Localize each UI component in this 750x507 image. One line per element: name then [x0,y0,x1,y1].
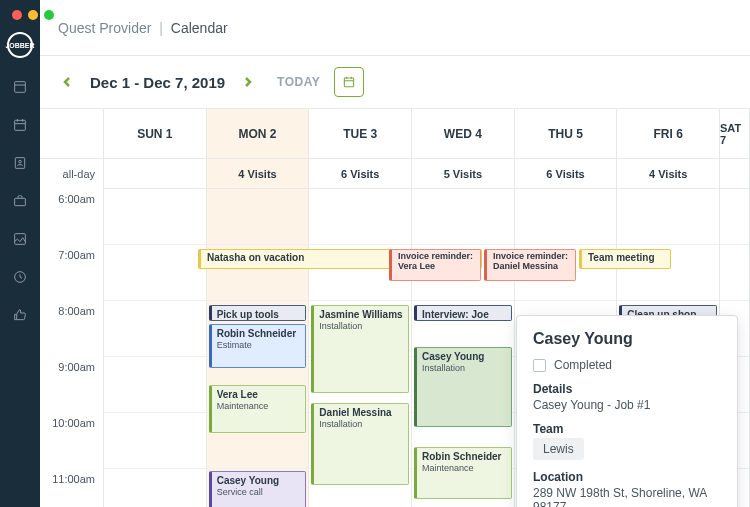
event[interactable]: Casey YoungService call [209,471,307,507]
toolbar: Dec 1 - Dec 7, 2019 TODAY [40,56,750,108]
svg-rect-7 [345,78,354,87]
day-header: WED 4 [412,109,514,159]
team-chip[interactable]: Lewis [533,438,584,460]
event-popup: Casey Young Completed Details Casey Youn… [516,315,738,507]
sidebar: JOBBER [0,0,40,507]
team-label: Team [533,422,721,436]
event[interactable]: Interview: Joe [414,305,512,321]
event[interactable]: Robin SchneiderEstimate [209,324,307,368]
calendar-icon[interactable] [0,108,40,142]
event[interactable]: Jasmine WilliamsInstallation [311,305,409,393]
home-icon[interactable] [0,70,40,104]
day-header: THU 5 [515,109,617,159]
hour-label: 11:00am [40,469,103,507]
svg-rect-4 [15,198,26,205]
day-header: FRI 6 [617,109,719,159]
completed-checkbox[interactable] [533,359,546,372]
page-header: Quest Provider | Calendar [40,0,750,56]
thumbs-up-icon[interactable] [0,298,40,332]
prev-week-button[interactable] [58,73,76,91]
next-week-button[interactable] [239,73,257,91]
day-column-wed[interactable]: WED 4 5 Visits Interview: Joe Casey Youn… [412,109,515,507]
today-button[interactable]: TODAY [277,75,320,89]
org-name: Quest Provider [58,20,151,36]
location-text: 289 NW 198th St, Shoreline, WA 98177 [533,486,721,507]
page-title: Calendar [171,20,228,36]
day-header: SAT 7 [720,109,749,159]
clock-icon[interactable] [0,260,40,294]
details-text: Casey Young - Job #1 [533,398,721,412]
allday-label: all-day [40,159,103,189]
banner-team-meeting[interactable]: Team meeting [579,249,671,269]
hour-label: 6:00am [40,189,103,245]
contacts-icon[interactable] [0,146,40,180]
svg-point-3 [19,160,22,163]
details-label: Details [533,382,721,396]
hour-label: 10:00am [40,413,103,469]
day-header: SUN 1 [104,109,206,159]
date-range[interactable]: Dec 1 - Dec 7, 2019 [90,74,225,91]
window-controls [12,10,54,20]
day-header: TUE 3 [309,109,411,159]
date-picker-button[interactable] [334,67,364,97]
day-header: MON 2 [207,109,309,159]
event[interactable]: Pick up tools [209,305,307,321]
day-column-sun[interactable]: SUN 1 [104,109,207,507]
event[interactable]: Robin SchneiderMaintenance [414,447,512,499]
day-column-mon[interactable]: MON 2 4 Visits Pick up tools Robin Schne… [207,109,310,507]
maximize-dot[interactable] [44,10,54,20]
event[interactable]: Vera LeeMaintenance [209,385,307,433]
briefcase-icon[interactable] [0,184,40,218]
day-column-tue[interactable]: TUE 3 6 Visits Jasmine WilliamsInstallat… [309,109,412,507]
popup-title: Casey Young [533,330,721,348]
image-icon[interactable] [0,222,40,256]
svg-rect-0 [15,82,26,93]
minimize-dot[interactable] [28,10,38,20]
hour-label: 8:00am [40,301,103,357]
banner-invoice-daniel[interactable]: Invoice reminder: Daniel Messina [484,249,576,281]
event[interactable]: Daniel MessinaInstallation [311,403,409,485]
svg-rect-1 [15,120,26,130]
close-dot[interactable] [12,10,22,20]
location-label: Location [533,470,721,484]
hour-label: 7:00am [40,245,103,301]
banner-invoice-vera[interactable]: Invoice reminder: Vera Lee [389,249,481,281]
event[interactable]: Casey YoungInstallation [414,347,512,427]
app-logo[interactable]: JOBBER [7,32,33,58]
hour-label: 9:00am [40,357,103,413]
completed-label: Completed [554,358,612,372]
